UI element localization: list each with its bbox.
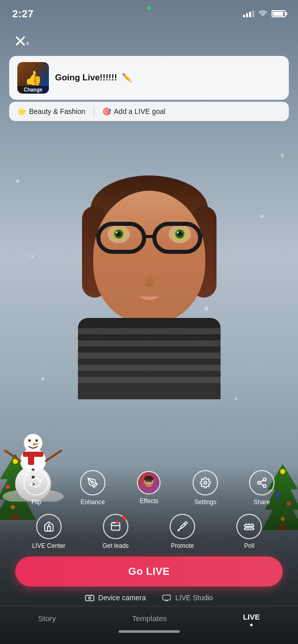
signal-icon <box>243 10 254 17</box>
camera-preview <box>0 122 298 402</box>
settings-label: Settings <box>194 499 216 506</box>
share-icon <box>256 477 267 488</box>
svg-rect-68 <box>163 595 171 600</box>
poll-tool[interactable]: Poll <box>231 514 267 549</box>
close-button[interactable] <box>10 31 31 51</box>
status-bar: 2:27 <box>0 0 298 27</box>
promote-tool[interactable]: Promote <box>165 514 200 549</box>
share-icon-circle <box>249 470 275 495</box>
home-indicator <box>119 630 180 633</box>
effects-avatar <box>137 471 160 494</box>
settings-icon-circle <box>193 470 218 495</box>
face <box>93 191 205 323</box>
device-camera-option[interactable]: Device camera <box>85 594 146 602</box>
svg-point-47 <box>204 481 207 484</box>
svg-rect-55 <box>112 523 120 531</box>
status-icons <box>243 9 286 18</box>
svg-point-32 <box>36 440 38 442</box>
tool-row-1: Flip Enhance <box>0 466 298 510</box>
svg-marker-54 <box>48 524 50 526</box>
goal-tag[interactable]: 🎯 Add a LIVE goal <box>102 107 166 115</box>
share-tool[interactable]: Share <box>244 470 280 506</box>
nav-live[interactable]: LIVE <box>235 610 268 622</box>
nav-templates[interactable]: Templates <box>124 612 175 625</box>
wifi-icon <box>258 9 267 18</box>
status-time: 2:27 <box>12 8 34 20</box>
tool-row-2: LIVE Center Get leads <box>0 510 298 553</box>
category-label: Beauty & Fashion <box>29 107 86 115</box>
poll-label: Poll <box>244 542 254 549</box>
effects-avatar-inner <box>138 472 159 493</box>
live-center-tool[interactable]: LIVE Center <box>31 514 67 549</box>
live-studio-option[interactable]: LIVE Studio <box>162 594 213 602</box>
nose <box>145 275 154 287</box>
get-leads-tool[interactable]: Get leads <box>98 514 133 549</box>
edit-icon[interactable]: ✏️ <box>122 73 132 82</box>
bottom-overlay: Flip Enhance <box>0 466 298 644</box>
tags-row: 🌟 Beauty & Fashion 🎯 Add a LIVE goal <box>9 102 289 121</box>
svg-rect-11 <box>154 224 200 252</box>
svg-line-52 <box>260 480 263 482</box>
svg-line-51 <box>260 483 263 485</box>
get-leads-icon-circle <box>103 514 128 539</box>
promote-icon-circle <box>170 514 195 539</box>
effects-icon-wrapper <box>137 471 160 494</box>
enhance-tool[interactable]: Enhance <box>75 470 111 506</box>
svg-point-31 <box>29 440 31 442</box>
effects-tool[interactable]: Effects <box>131 471 167 505</box>
category-tag[interactable]: 🌟 Beauty & Fashion <box>17 107 86 115</box>
go-live-button[interactable]: Go LIVE <box>15 557 283 587</box>
svg-point-46 <box>149 480 152 482</box>
live-center-label: LIVE Center <box>32 542 65 549</box>
get-leads-label: Get leads <box>102 542 128 549</box>
svg-line-38 <box>5 451 20 461</box>
battery-icon <box>272 10 286 17</box>
svg-rect-62 <box>245 528 254 530</box>
promote-icon <box>177 521 188 532</box>
nav-live-wrapper[interactable]: LIVE <box>235 610 268 626</box>
svg-rect-66 <box>86 596 94 601</box>
nav-active-indicator <box>250 624 253 626</box>
device-camera-label: Device camera <box>98 594 146 602</box>
camera-options: Device camera LIVE Studio <box>0 592 298 606</box>
monitor-icon <box>162 594 171 601</box>
live-title-card: 👍 Change Going Live!!!!!! ✏️ <box>9 56 289 100</box>
camera-icon <box>85 594 94 601</box>
svg-line-39 <box>46 451 61 461</box>
svg-marker-53 <box>47 526 50 531</box>
avatar-face-svg <box>138 471 159 494</box>
svg-rect-44 <box>144 476 153 481</box>
svg-rect-34 <box>28 456 34 465</box>
svg-point-45 <box>146 480 148 482</box>
enhance-icon <box>87 477 98 488</box>
flip-icon <box>31 477 42 488</box>
battery-fill <box>273 12 283 16</box>
bottom-nav: Story Templates LIVE <box>0 606 298 628</box>
tag-divider <box>94 107 94 116</box>
thumb-emoji: 👍 <box>24 70 42 86</box>
svg-rect-61 <box>245 524 254 526</box>
live-title-text: Going Live!!!!!! ✏️ <box>55 73 281 83</box>
glasses-svg <box>96 216 203 257</box>
share-label: Share <box>254 499 270 506</box>
mouth-svg <box>134 292 165 305</box>
notification-dot <box>122 516 126 520</box>
title-text-content: Going Live!!!!!! <box>55 73 117 82</box>
change-label[interactable]: Change <box>17 86 49 94</box>
live-studio-label: LIVE Studio <box>175 594 213 602</box>
svg-point-50 <box>263 485 266 488</box>
flip-tool[interactable]: Flip <box>18 470 54 506</box>
nav-story[interactable]: Story <box>30 612 64 625</box>
svg-point-48 <box>263 478 266 481</box>
svg-point-59 <box>116 521 119 524</box>
svg-point-49 <box>257 481 260 484</box>
poll-icon <box>243 521 255 532</box>
thumbnail-wrapper[interactable]: 👍 Change <box>17 62 49 94</box>
effects-label: Effects <box>140 497 158 505</box>
goal-emoji: 🎯 <box>102 107 111 115</box>
goal-label: Add a LIVE goal <box>114 107 166 115</box>
settings-icon <box>200 477 211 488</box>
enhance-label: Enhance <box>80 499 104 506</box>
settings-tool[interactable]: Settings <box>187 470 223 506</box>
flip-label: Flip <box>32 499 41 506</box>
